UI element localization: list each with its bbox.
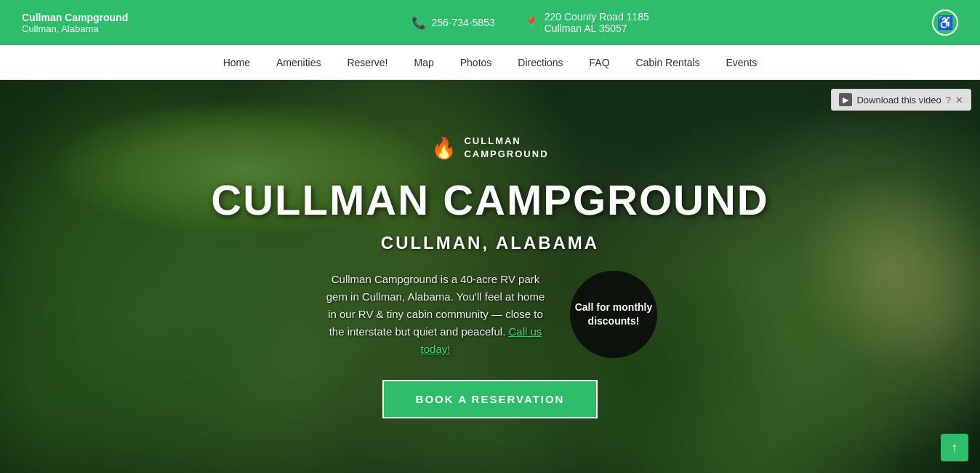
nav-faq[interactable]: FAQ	[590, 57, 610, 68]
nav-cabin-rentals[interactable]: Cabin Rentals	[636, 57, 700, 68]
nav-home[interactable]: Home	[223, 57, 250, 68]
scroll-up-button[interactable]: ↑	[941, 434, 968, 461]
accessibility-icon: ♿	[937, 15, 953, 31]
accessibility-button[interactable]: ♿	[932, 9, 958, 36]
hero-logo-text: CULLMAN CAMPGROUND	[464, 135, 548, 161]
phone-icon: 📞	[411, 16, 426, 30]
nav-directions[interactable]: Directions	[518, 57, 563, 68]
download-play-icon: ▶	[839, 93, 852, 106]
site-identity: Cullman Campground Cullman, Alabama	[22, 12, 128, 34]
nav-map[interactable]: Map	[414, 57, 434, 68]
nav-events[interactable]: Events	[726, 57, 758, 68]
nav-photos[interactable]: Photos	[460, 57, 492, 68]
main-nav: Home Amenities Reserve! Map Photos Direc…	[0, 45, 980, 80]
book-reservation-button[interactable]: BOOK A RESERVATION	[382, 380, 598, 418]
hero-body-row: Cullman Campground is a 40-acre RV park …	[323, 271, 657, 358]
hero-title: CULLMAN CAMPGROUND	[211, 175, 768, 224]
phone-contact[interactable]: 📞 256-734-5853	[411, 11, 495, 34]
download-close-icon[interactable]: ✕	[955, 95, 963, 106]
call-badge: Call for monthly discounts!	[570, 271, 657, 358]
address-line2: Cullman AL 35057	[545, 23, 649, 34]
nav-reserve[interactable]: Reserve!	[347, 57, 387, 68]
site-name: Cullman Campground	[22, 12, 128, 23]
hero-content: 🔥 CULLMAN CAMPGROUND CULLMAN CAMPGROUND …	[0, 80, 980, 473]
download-help-icon[interactable]: ?	[946, 95, 951, 106]
phone-number: 256-734-5853	[432, 17, 495, 28]
location-icon: 📍	[524, 16, 539, 30]
nav-amenities[interactable]: Amenities	[276, 57, 321, 68]
download-label[interactable]: Download this video	[856, 95, 941, 106]
hero-subtitle: CULLMAN, ALABAMA	[381, 233, 599, 253]
call-badge-text: Call for monthly discounts!	[570, 301, 657, 329]
address-line1: 220 County Road 1185	[545, 11, 649, 23]
flame-icon: 🔥	[431, 136, 457, 160]
hero-description: Cullman Campground is a 40-acre RV park …	[323, 271, 548, 358]
scroll-up-icon: ↑	[952, 440, 958, 456]
site-location: Cullman, Alabama	[22, 23, 128, 34]
contact-info: 📞 256-734-5853 📍 220 County Road 1185 Cu…	[411, 11, 649, 34]
download-video-banner: ▶ Download this video ? ✕	[831, 89, 971, 111]
hero-section: 🔥 CULLMAN CAMPGROUND CULLMAN CAMPGROUND …	[0, 80, 980, 473]
top-bar: Cullman Campground Cullman, Alabama 📞 25…	[0, 0, 980, 45]
address-block: 220 County Road 1185 Cullman AL 35057	[545, 11, 649, 34]
address-contact: 📍 220 County Road 1185 Cullman AL 35057	[524, 11, 649, 34]
hero-logo: 🔥 CULLMAN CAMPGROUND	[431, 135, 548, 161]
